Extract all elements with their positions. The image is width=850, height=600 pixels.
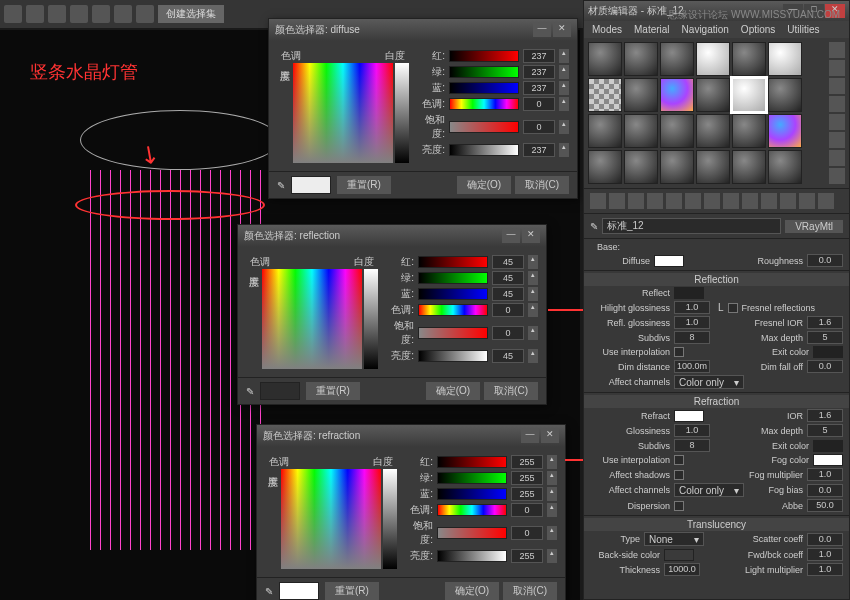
subdivs2-value[interactable]: 8: [674, 439, 710, 452]
red-slider[interactable]: [418, 256, 488, 268]
material-slot[interactable]: [696, 150, 730, 184]
options-icon[interactable]: [829, 150, 845, 166]
cancel-button[interactable]: 取消(C): [503, 582, 557, 600]
fresnel-checkbox[interactable]: [728, 303, 738, 313]
hilight-gloss-value[interactable]: 1.0: [674, 301, 710, 314]
green-slider[interactable]: [437, 472, 507, 484]
material-slot[interactable]: [768, 42, 802, 76]
tool-icon[interactable]: [26, 5, 44, 23]
material-slot[interactable]: [696, 42, 730, 76]
sat-value[interactable]: 0: [492, 326, 524, 340]
copy-icon[interactable]: [666, 193, 682, 209]
material-slot[interactable]: [588, 42, 622, 76]
eyedropper-icon[interactable]: ✎: [246, 386, 254, 397]
lightmult-value[interactable]: 1.0: [807, 563, 843, 576]
sat-slider[interactable]: [418, 327, 488, 339]
spinner-icon[interactable]: ▴: [547, 526, 557, 540]
scatter-value[interactable]: 0.0: [807, 533, 843, 546]
thickness-value[interactable]: 1000.0: [664, 563, 700, 576]
fog-mult-value[interactable]: 1.0: [807, 468, 843, 481]
material-type-button[interactable]: VRayMtl: [785, 220, 843, 233]
green-value[interactable]: 255: [511, 471, 543, 485]
menu-modes[interactable]: Modes: [592, 24, 622, 35]
sat-slider[interactable]: [449, 121, 519, 133]
tool-icon[interactable]: [4, 5, 22, 23]
red-value[interactable]: 237: [523, 49, 555, 63]
close-icon[interactable]: ✕: [553, 23, 571, 37]
affect-channels2-dropdown[interactable]: Color only▾: [674, 483, 744, 497]
ok-button[interactable]: 确定(O): [457, 176, 511, 194]
val-value[interactable]: 255: [511, 549, 543, 563]
cancel-button[interactable]: 取消(C): [484, 382, 538, 400]
blue-value[interactable]: 255: [511, 487, 543, 501]
material-slot-active[interactable]: [732, 78, 766, 112]
refraction-header[interactable]: Refraction: [584, 395, 849, 408]
close-icon[interactable]: ✕: [541, 429, 559, 443]
preview-icon[interactable]: [829, 132, 845, 148]
hue-slider[interactable]: [449, 98, 519, 110]
material-slot[interactable]: [588, 114, 622, 148]
abbe-value[interactable]: 50.0: [807, 499, 843, 512]
fog-color-swatch[interactable]: [813, 454, 843, 466]
sibling-icon[interactable]: [818, 193, 834, 209]
material-slot[interactable]: [660, 150, 694, 184]
use-interp-checkbox[interactable]: [674, 347, 684, 357]
material-slot[interactable]: [696, 114, 730, 148]
value-strip[interactable]: [364, 269, 378, 369]
sat-slider[interactable]: [437, 527, 507, 539]
blue-value[interactable]: 45: [492, 287, 524, 301]
tool-icon[interactable]: [48, 5, 66, 23]
minimize-icon[interactable]: —: [502, 229, 520, 243]
put-library-icon[interactable]: [704, 193, 720, 209]
close-icon[interactable]: ✕: [522, 229, 540, 243]
hue-value[interactable]: 0: [511, 503, 543, 517]
blue-value[interactable]: 237: [523, 81, 555, 95]
dialog-titlebar[interactable]: 颜色选择器: reflection —✕: [238, 225, 546, 247]
value-strip[interactable]: [383, 469, 397, 569]
material-slot[interactable]: [768, 150, 802, 184]
val-slider[interactable]: [449, 144, 519, 156]
material-id-icon[interactable]: [723, 193, 739, 209]
material-slot[interactable]: [660, 114, 694, 148]
green-slider[interactable]: [449, 66, 519, 78]
spinner-icon[interactable]: ▴: [559, 120, 569, 134]
hue-saturation-box[interactable]: [293, 63, 393, 163]
spinner-icon[interactable]: ▴: [559, 97, 569, 111]
video-check-icon[interactable]: [829, 114, 845, 130]
glossiness-value[interactable]: 1.0: [674, 424, 710, 437]
val-value[interactable]: 237: [523, 143, 555, 157]
material-slot[interactable]: [624, 42, 658, 76]
exit-color-swatch[interactable]: [813, 346, 843, 358]
green-value[interactable]: 237: [523, 65, 555, 79]
menu-material[interactable]: Material: [634, 24, 670, 35]
red-slider[interactable]: [437, 456, 507, 468]
spinner-icon[interactable]: ▴: [528, 255, 538, 269]
material-slot[interactable]: [696, 78, 730, 112]
affect-channels-dropdown[interactable]: Color only▾: [674, 375, 744, 389]
spinner-icon[interactable]: ▴: [559, 81, 569, 95]
assign-icon[interactable]: [628, 193, 644, 209]
backside-swatch[interactable]: [664, 549, 694, 561]
navigate-icon[interactable]: [780, 193, 796, 209]
exit-color2-swatch[interactable]: [813, 440, 843, 452]
fwdback-value[interactable]: 1.0: [807, 548, 843, 561]
hue-saturation-box[interactable]: [281, 469, 381, 569]
refl-gloss-value[interactable]: 1.0: [674, 316, 710, 329]
translucency-header[interactable]: Translucency: [584, 518, 849, 531]
fresnel-ior-value[interactable]: 1.6: [807, 316, 843, 329]
spinner-icon[interactable]: ▴: [547, 503, 557, 517]
material-slot[interactable]: [660, 42, 694, 76]
make-unique-icon[interactable]: [685, 193, 701, 209]
hue-value[interactable]: 0: [523, 97, 555, 111]
material-name-input[interactable]: [602, 218, 781, 234]
spinner-icon[interactable]: ▴: [528, 287, 538, 301]
material-slot[interactable]: [732, 114, 766, 148]
reflect-swatch[interactable]: [674, 287, 704, 299]
material-slot[interactable]: [732, 150, 766, 184]
diffuse-swatch[interactable]: [654, 255, 684, 267]
spinner-icon[interactable]: ▴: [547, 549, 557, 563]
ok-button[interactable]: 确定(O): [426, 382, 480, 400]
eyedropper-icon[interactable]: ✎: [277, 180, 285, 191]
spinner-icon[interactable]: ▴: [559, 65, 569, 79]
val-slider[interactable]: [437, 550, 507, 562]
